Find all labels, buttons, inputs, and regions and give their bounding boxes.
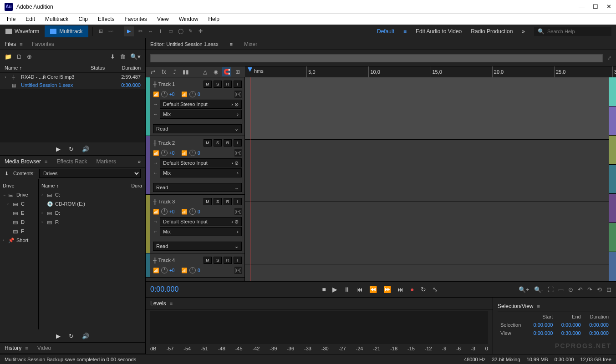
tab-editor[interactable]: Editor: Untitled Session 1.sesx [150,41,218,47]
solo-button[interactable]: S [214,257,222,264]
list-item[interactable]: ›🖴C: [39,190,145,199]
output-select[interactable]: Mix› [160,227,242,236]
file-row[interactable]: ›╫RX4D - ...й Core i5.mp3 2:59.487 [0,73,145,81]
tool-fx-icon[interactable]: fx [159,67,168,76]
automation-select[interactable]: Read⌄ [153,242,242,251]
monitor-button[interactable]: I [234,198,242,205]
timeline[interactable] [245,77,609,281]
zoom-b-icon[interactable]: ↶ [578,286,583,293]
download-icon[interactable]: ⬇ [5,171,9,177]
menu-effects[interactable]: Effects [93,14,119,24]
delete-icon[interactable]: 🗑 [120,53,126,60]
time-tool-icon[interactable]: Ⲓ [156,26,166,36]
levels-menu-icon[interactable]: ≡ [170,301,173,306]
zoom-full-icon[interactable]: ⛶ [548,286,554,293]
drive-row[interactable]: ›📌Short [0,236,38,245]
mute-button[interactable]: M [204,198,212,205]
zoom-in-icon[interactable]: 🔍+ [519,286,529,293]
solo-button[interactable]: S [214,139,222,147]
tool-b2-icon[interactable]: ◉ [211,67,220,76]
timecode[interactable]: 0:00.000 [150,285,241,293]
menu-favorites[interactable]: Favorites [120,14,152,24]
menu-edit[interactable]: Edit [21,14,40,24]
forward-button[interactable]: ⏩ [383,286,391,293]
horizontal-scrollbar[interactable] [150,54,603,62]
automation-select[interactable]: Read⌄ [153,124,242,133]
solo-button[interactable]: S [214,81,222,88]
zoom-a-icon[interactable]: ⊙ [568,286,573,293]
stereo-icon[interactable]: ((•)) [234,267,242,274]
brush-tool-icon[interactable]: ✎ [186,26,196,36]
tab-mixer[interactable]: Mixer [244,41,257,47]
track-header[interactable]: ╫Track 2 M S R I 📶+0 📶0 ((•)) →Default S… [146,136,244,195]
panel-more-icon[interactable]: » [138,159,141,164]
volume-knob[interactable] [161,91,168,97]
search-input[interactable] [547,29,608,34]
sel-dur[interactable]: 0:00.000 [584,321,611,329]
tab-effects-rack[interactable]: Effects Rack [56,158,87,165]
arm-button[interactable]: R [224,198,232,205]
zoom-sel-icon[interactable]: ▭ [558,286,564,293]
drive-row[interactable]: 🖴D [0,217,38,227]
volume-knob[interactable] [161,150,168,156]
open-file-icon[interactable]: 📁 [5,53,12,60]
monitor-button[interactable]: I [234,81,242,88]
tab-selection-view[interactable]: Selection/View [498,303,534,309]
output-select[interactable]: Mix› [160,110,242,119]
track-lane[interactable] [245,140,609,202]
play-button[interactable]: ▶ [332,286,337,293]
view-multitrack[interactable]: Multitrack [45,25,88,37]
record-button[interactable]: ● [410,286,414,293]
list-item[interactable]: 💿CD-ROM (E:) [39,199,145,208]
sel-start[interactable]: 0:00.000 [528,321,555,329]
loop-icon[interactable]: ↻ [69,333,74,339]
track-header[interactable]: ╫Track 4 M S R I 📶+0 📶0 ((•)) [146,253,244,278]
input-select[interactable]: Default Stereo Input› ⊘ [160,217,242,226]
zoom-c-icon[interactable]: ↷ [587,286,592,293]
list-item[interactable]: ›🖴D: [39,208,145,217]
pan-knob[interactable] [189,150,196,156]
mute-button[interactable]: M [204,257,212,264]
stereo-icon[interactable]: ((•)) [234,208,242,215]
editor-menu-icon[interactable]: ≡ [229,41,232,47]
lasso-tool-icon[interactable]: ◯ [176,26,186,36]
loop-icon[interactable]: ↻ [69,146,74,152]
list-item[interactable]: ›🖴F: [39,217,145,227]
view-start[interactable]: 0:00.000 [528,329,555,337]
tool-a2-icon[interactable]: △ [200,67,209,76]
maximize-button[interactable]: ☐ [593,3,598,10]
playhead-icon[interactable] [248,67,252,72]
workspace-menu-icon[interactable]: ≡ [403,28,407,35]
view-dur[interactable]: 0:30.000 [584,329,611,337]
drive-row[interactable]: 🖴E [0,208,38,217]
track-lane[interactable] [245,202,609,264]
loop-button[interactable]: ↻ [421,286,426,293]
pan-knob[interactable] [189,267,196,273]
contents-select[interactable]: Drives [39,169,141,178]
tab-markers[interactable]: Markers [97,158,116,165]
next-button[interactable]: ⏭ [397,286,404,293]
files-menu-icon[interactable]: ≡ [20,41,22,47]
insert-icon[interactable]: ⬇ [110,53,115,60]
stereo-icon[interactable]: ((•)) [234,149,242,157]
view-waveform[interactable]: Waveform [0,25,45,37]
zoom-d-icon[interactable]: ⟲ [597,286,602,293]
play-icon[interactable]: ▶ [56,146,61,152]
pan-knob[interactable] [189,208,196,215]
zoom-fit-icon[interactable]: ⤢ [607,55,611,61]
autoplay-icon[interactable]: 🔊 [82,333,89,339]
file-row[interactable]: ▤Untitled Session 1.sesx 0:30.000 [0,81,145,89]
prev-button[interactable]: ⏮ [356,286,363,293]
track-lane[interactable] [245,77,609,140]
workspace-editav[interactable]: Edit Audio to Video [416,28,462,35]
tab-favorites[interactable]: Favorites [32,41,54,47]
tool-b-icon[interactable]: 〰 [106,26,116,36]
tab-video[interactable]: Video [37,345,51,351]
col-duration[interactable]: Duration [113,65,141,71]
menu-multitrack[interactable]: Multitrack [41,14,73,24]
menu-window[interactable]: Window [174,14,203,24]
zoom-out-icon[interactable]: 🔍- [534,286,543,293]
stereo-icon[interactable]: ((•)) [234,91,242,98]
arm-button[interactable]: R [224,81,232,88]
menu-help[interactable]: Help [204,14,224,24]
